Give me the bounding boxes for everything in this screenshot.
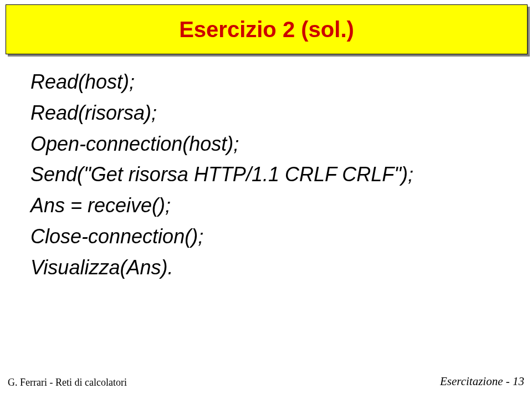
code-line-6: Close-connection(); (30, 221, 502, 252)
code-line-3: Open-connection(host); (30, 129, 502, 160)
code-line-7: Visualizza(Ans). (30, 252, 502, 283)
code-line-1: Read(host); (30, 66, 502, 98)
footer-right: Esercitazione - 13 (440, 375, 524, 388)
footer-left: G. Ferrari - Reti di calcolatori (8, 377, 127, 388)
code-line-5: Ans = receive(); (30, 190, 502, 221)
title-text: Esercizio 2 (sol.) (179, 17, 354, 42)
code-line-4: Send("Get risorsa HTTP/1.1 CRLF CRLF"); (30, 159, 502, 190)
code-line-2: Read(risorsa); (30, 98, 502, 129)
slide: Esercizio 2 (sol.) Read(host); Read(riso… (0, 0, 532, 394)
title-bar: Esercizio 2 (sol.) (6, 4, 528, 54)
body-text: Read(host); Read(risorsa); Open-connecti… (30, 66, 502, 283)
